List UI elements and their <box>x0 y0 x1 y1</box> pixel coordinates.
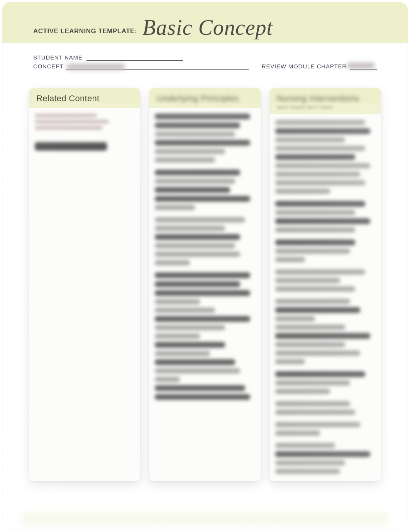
template-label: ACTIVE LEARNING TEMPLATE: <box>33 28 137 38</box>
chapter-underline <box>350 63 377 70</box>
card-subtitle-right: WHO? WHEN? WHY? HOW? <box>277 105 374 110</box>
review-label: REVIEW MODULE CHAPTER <box>262 63 347 70</box>
card-body-middle <box>149 108 260 481</box>
r-block-8 <box>275 422 375 436</box>
r-block-9 <box>275 443 375 474</box>
r-block-5 <box>275 299 375 364</box>
template-title: Basic Concept <box>142 17 273 38</box>
student-label: STUDENT NAME <box>33 54 83 61</box>
card-header-left: Related Content <box>29 88 140 108</box>
mid-block-1 <box>155 114 255 163</box>
card-underlying-principles: Underlying Principles <box>149 88 260 481</box>
card-title-left: Related Content <box>36 93 133 104</box>
r-block-4 <box>275 269 375 292</box>
mid-block-2 <box>155 170 255 210</box>
card-body-right <box>270 114 381 481</box>
concept-wrap: CONCEPT <box>33 63 249 70</box>
concept-underline <box>66 63 249 70</box>
meta-block: STUDENT NAME CONCEPT REVIEW MODULE CHAPT… <box>2 43 408 75</box>
r-block-7 <box>275 401 375 415</box>
mid-block-3 <box>155 217 255 265</box>
banner: ACTIVE LEARNING TEMPLATE: Basic Concept <box>2 2 408 43</box>
student-row: STUDENT NAME <box>33 54 377 61</box>
concept-value-blurred <box>67 64 125 70</box>
card-title-right: Nursing Interventions <box>277 93 374 104</box>
r-block-1 <box>275 120 375 194</box>
concept-review-row: CONCEPT REVIEW MODULE CHAPTER <box>33 63 377 70</box>
student-underline <box>86 54 183 61</box>
card-related-content: Related Content <box>29 88 140 481</box>
footer-bar-blurred <box>22 513 388 526</box>
r-block-3 <box>275 240 375 262</box>
card-body-left <box>29 108 140 481</box>
review-wrap: REVIEW MODULE CHAPTER <box>262 63 377 70</box>
mid-block-4 <box>155 272 255 400</box>
card-nursing-interventions: Nursing Interventions WHO? WHEN? WHY? HO… <box>270 88 381 481</box>
left-section-heading-blurred <box>35 142 107 151</box>
card-header-middle: Underlying Principles <box>149 88 260 108</box>
card-title-middle: Underlying Principles <box>156 93 253 104</box>
cards-row: Related Content Underlying Principles <box>2 75 408 496</box>
worksheet-sheet: ACTIVE LEARNING TEMPLATE: Basic Concept … <box>2 2 408 530</box>
left-subtext-blurred <box>35 114 135 130</box>
concept-label: CONCEPT <box>33 63 64 70</box>
card-header-right: Nursing Interventions WHO? WHEN? WHY? HO… <box>270 88 381 114</box>
r-block-2 <box>275 201 375 233</box>
r-block-6 <box>275 371 375 394</box>
chapter-value-blurred <box>347 63 374 68</box>
